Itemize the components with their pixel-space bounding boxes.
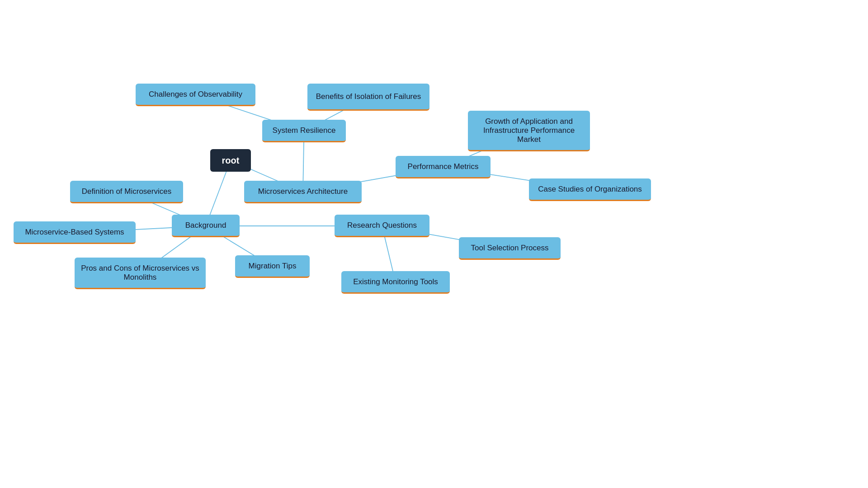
node-microservices_arch[interactable]: Microservices Architecture <box>244 181 362 203</box>
node-root[interactable]: root <box>210 149 251 172</box>
node-background[interactable]: Background <box>172 215 240 237</box>
node-migration[interactable]: Migration Tips <box>235 255 310 278</box>
node-tool_selection[interactable]: Tool Selection Process <box>459 237 561 260</box>
node-system_resilience[interactable]: System Resilience <box>262 120 346 142</box>
node-existing_tools[interactable]: Existing Monitoring Tools <box>341 271 450 294</box>
node-definition[interactable]: Definition of Microservices <box>70 181 183 203</box>
node-growth[interactable]: Growth of Application and Infrastructure… <box>468 111 590 151</box>
node-benefits[interactable]: Benefits of Isolation of Failures <box>307 84 429 111</box>
connection-lines <box>0 0 868 488</box>
node-case_studies[interactable]: Case Studies of Organizations <box>529 178 651 201</box>
node-pros_cons[interactable]: Pros and Cons of Microservices vs Monoli… <box>75 258 206 289</box>
node-microservice_based[interactable]: Microservice-Based Systems <box>14 221 136 244</box>
node-performance_metrics[interactable]: Performance Metrics <box>396 156 491 178</box>
node-challenges[interactable]: Challenges of Observability <box>136 84 255 106</box>
node-research_questions[interactable]: Research Questions <box>335 215 429 237</box>
